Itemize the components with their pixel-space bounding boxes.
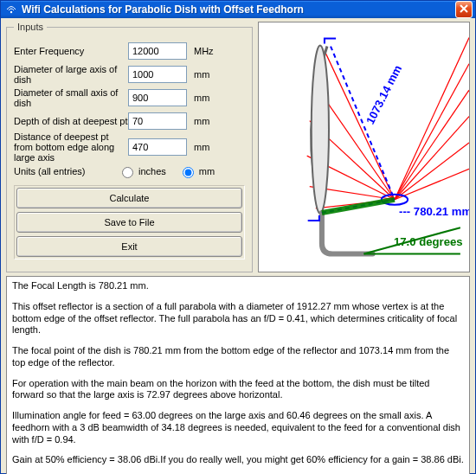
svg-line-5 [395, 143, 469, 200]
results-p5: Illumination angle for feed = 63.00 degr… [12, 410, 464, 445]
results-p3: The focal point of the dish is 780.21 mm… [12, 345, 464, 369]
diagram-tilt-angle: 17.0 degrees [394, 235, 463, 248]
units-radio-mm[interactable]: mm [178, 164, 215, 178]
dist-deepest-label: Distance of deepest pt from bottom edge … [14, 131, 128, 163]
svg-point-0 [10, 11, 12, 13]
save-button[interactable]: Save to File [16, 212, 242, 233]
small-axis-label: Diameter of small axis of dish [14, 87, 128, 108]
units-radio-mm-input[interactable] [183, 167, 194, 178]
window-title: Wifi Calculations for Parabolic Dish wit… [22, 3, 455, 16]
frequency-unit: MHz [194, 46, 214, 56]
large-axis-unit: mm [194, 69, 209, 80]
depth-input[interactable] [128, 112, 187, 130]
units-radio-inches-label: inches [138, 166, 166, 176]
svg-line-4 [395, 117, 469, 200]
close-button[interactable] [455, 1, 473, 18]
inputs-legend: Inputs [14, 22, 47, 32]
svg-line-6 [395, 169, 469, 199]
units-radio-inches-input[interactable] [122, 167, 133, 178]
button-group: Calculate Save to File Exit [14, 185, 245, 259]
svg-line-2 [395, 64, 469, 200]
results-p2: This offset reflector is a section of a … [12, 301, 464, 336]
close-icon [460, 3, 468, 16]
svg-line-7 [325, 51, 395, 200]
svg-line-1 [395, 37, 469, 199]
large-axis-label: Diameter of large axis of dish [14, 64, 128, 85]
inputs-group: Inputs Enter Frequency MHz Diameter of l… [6, 22, 253, 272]
depth-unit: mm [194, 116, 209, 126]
large-axis-input[interactable] [128, 66, 187, 83]
units-label: Units (all entries) [14, 166, 109, 176]
svg-point-13 [312, 46, 329, 214]
results-p6: Gain at 50% efficiency = 38.06 dBi.If yo… [12, 454, 464, 466]
results-p1: The Focal Length is 780.21 mm. [12, 280, 464, 292]
results-panel: The Focal Length is 780.21 mm. This offs… [6, 276, 470, 474]
results-p4: For operation with the main beam on the … [12, 378, 464, 402]
app-window: Wifi Calculations for Parabolic Dish wit… [0, 0, 476, 474]
app-icon [4, 3, 18, 16]
calculate-button[interactable]: Calculate [16, 188, 242, 208]
units-radio-mm-label: mm [199, 166, 215, 176]
exit-button[interactable]: Exit [16, 236, 242, 257]
small-axis-input[interactable] [128, 89, 187, 106]
dish-diagram: 1073.14 mm --- 780.21 mm 17.0 degrees [258, 22, 470, 272]
units-radio-inches[interactable]: inches [118, 164, 166, 178]
depth-label: Depth of dish at deepest pt [14, 116, 128, 126]
frequency-label: Enter Frequency [14, 46, 128, 56]
dist-deepest-input[interactable] [128, 138, 187, 156]
diagram-top-distance: 1073.14 mm [363, 63, 404, 126]
diagram-bottom-distance: --- 780.21 mm [399, 205, 469, 218]
svg-line-3 [395, 90, 469, 200]
small-axis-unit: mm [194, 93, 209, 103]
titlebar: Wifi Calculations for Parabolic Dish wit… [1, 1, 475, 18]
dist-deepest-unit: mm [194, 142, 209, 152]
svg-line-14 [331, 47, 395, 200]
frequency-input[interactable] [128, 42, 187, 60]
